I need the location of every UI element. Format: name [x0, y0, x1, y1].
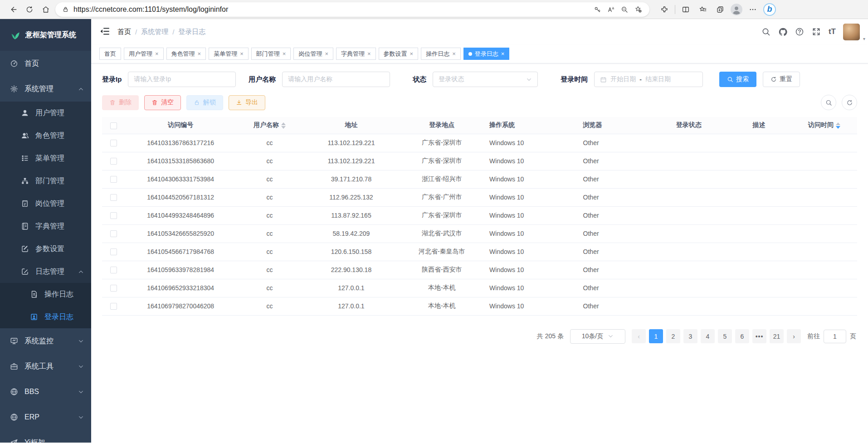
导出-button[interactable]: 导出 — [229, 95, 265, 110]
username-input[interactable]: 请输入用户名称 — [282, 72, 390, 87]
sort-caret[interactable] — [281, 122, 286, 129]
collections-icon[interactable] — [713, 3, 727, 16]
more-pages-button[interactable]: ••• — [752, 329, 766, 343]
row-checkbox[interactable] — [110, 140, 117, 146]
favorites-icon[interactable] — [696, 3, 710, 16]
sort-caret[interactable] — [836, 122, 840, 129]
ip-input[interactable]: 请输入登录Ip — [128, 72, 236, 87]
header-search-icon[interactable] — [761, 27, 771, 37]
column-header-用户名称[interactable]: 用户名称 — [236, 117, 304, 134]
more-menu-icon[interactable] — [746, 3, 760, 16]
page-button-5[interactable]: 5 — [718, 329, 732, 343]
sidebar-item-角色管理[interactable]: 角色管理 — [0, 124, 91, 147]
page-button-6[interactable]: 6 — [735, 329, 749, 343]
prev-page-button[interactable]: ‹ — [632, 329, 646, 343]
sidebar-item-系统监控[interactable]: 系统监控 — [0, 328, 91, 354]
split-screen-icon[interactable] — [679, 3, 692, 16]
tab-登录日志[interactable]: 登录日志× — [463, 48, 510, 60]
解锁-button[interactable]: 解锁 — [186, 95, 223, 110]
sidebar-item-Yi框架[interactable]: Yi框架 — [0, 430, 91, 443]
sidebar-fold-icon[interactable] — [99, 26, 111, 38]
sidebar-item-部门管理[interactable]: 部门管理 — [0, 170, 91, 192]
row-checkbox[interactable] — [110, 285, 117, 292]
row-checkbox[interactable] — [110, 176, 117, 183]
font-size-icon[interactable]: tT — [829, 27, 836, 37]
reset-button[interactable]: 重置 — [763, 72, 800, 87]
sidebar-item-日志管理[interactable]: 日志管理 — [0, 260, 91, 283]
status-select[interactable]: 登录状态 — [433, 72, 538, 87]
page-size-select[interactable]: 10条/页 — [570, 329, 625, 344]
fullscreen-icon[interactable] — [812, 27, 821, 37]
favorite-add-icon[interactable] — [632, 4, 644, 15]
browser-essentials-icon[interactable] — [658, 3, 671, 16]
bing-chat-icon[interactable]: b — [763, 3, 776, 16]
refresh-table-button[interactable] — [842, 95, 857, 110]
tab-close-icon[interactable]: × — [367, 50, 371, 57]
sidebar-item-菜单管理[interactable]: 菜单管理 — [0, 147, 91, 170]
tab-用户管理[interactable]: 用户管理× — [124, 48, 164, 60]
sidebar-item-字典管理[interactable]: 字典管理 — [0, 215, 91, 238]
sidebar-item-参数设置[interactable]: 参数设置 — [0, 238, 91, 260]
sidebar-item-系统工具[interactable]: 系统工具 — [0, 354, 91, 379]
home-icon[interactable] — [39, 3, 53, 16]
search-button[interactable]: 搜索 — [719, 72, 756, 87]
password-key-icon[interactable] — [591, 4, 603, 15]
tab-岗位管理[interactable]: 岗位管理× — [293, 48, 333, 60]
url-text[interactable]: https://ccnetcore.com:1101/system/log/lo… — [73, 5, 588, 14]
tab-close-icon[interactable]: × — [155, 50, 159, 57]
tab-close-icon[interactable]: × — [240, 50, 244, 57]
next-page-button[interactable]: › — [787, 329, 801, 343]
sidebar-item-ERP[interactable]: ERP — [0, 404, 91, 430]
tab-菜单管理[interactable]: 菜单管理× — [209, 48, 249, 60]
goto-page-input[interactable] — [824, 330, 846, 343]
user-avatar[interactable]: ▾ — [843, 24, 860, 40]
date-range-picker[interactable]: 开始日期 - 结束日期 — [594, 72, 703, 87]
read-aloud-icon[interactable] — [605, 4, 617, 15]
tab-部门管理[interactable]: 部门管理× — [251, 48, 291, 60]
row-checkbox[interactable] — [110, 303, 117, 310]
row-checkbox[interactable] — [110, 230, 117, 237]
row-checkbox[interactable] — [110, 194, 117, 201]
tab-字典管理[interactable]: 字典管理× — [336, 48, 376, 60]
tab-close-icon[interactable]: × — [452, 50, 456, 57]
sidebar-item-系统管理[interactable]: 系统管理 — [0, 76, 91, 102]
tab-参数设置[interactable]: 参数设置× — [379, 48, 419, 60]
tab-close-icon[interactable]: × — [410, 50, 414, 57]
zoom-out-icon[interactable] — [619, 4, 630, 15]
page-button-1[interactable]: 1 — [649, 329, 663, 343]
tab-close-icon[interactable]: × — [501, 50, 505, 57]
sidebar-item-用户管理[interactable]: 用户管理 — [0, 102, 91, 124]
row-checkbox[interactable] — [110, 212, 117, 219]
tab-操作日志[interactable]: 操作日志× — [421, 48, 461, 60]
row-checkbox[interactable] — [110, 158, 117, 165]
breadcrumb-item[interactable]: 首页 — [117, 28, 131, 36]
sidebar-item-登录日志[interactable]: 登录日志 — [0, 306, 91, 328]
sidebar-item-操作日志[interactable]: 操作日志 — [0, 283, 91, 306]
column-header-访问时间[interactable]: 访问时间 — [791, 117, 857, 134]
page-button-2[interactable]: 2 — [666, 329, 680, 343]
refresh-icon[interactable] — [23, 3, 36, 16]
address-bar[interactable]: https://ccnetcore.com:1101/system/log/lo… — [55, 2, 649, 17]
删除-button[interactable]: 删除 — [102, 95, 139, 110]
tab-close-icon[interactable]: × — [325, 50, 328, 57]
github-icon[interactable] — [778, 27, 788, 37]
browser-profile-icon[interactable] — [731, 4, 742, 15]
tab-首页[interactable]: 首页 — [99, 48, 121, 60]
help-icon[interactable] — [795, 27, 805, 37]
back-icon[interactable] — [6, 3, 20, 16]
row-checkbox[interactable] — [110, 267, 117, 273]
tab-close-icon[interactable]: × — [283, 50, 286, 57]
sidebar-item-首页[interactable]: 首页 — [0, 51, 91, 76]
page-button-3[interactable]: 3 — [683, 329, 697, 343]
page-button-21[interactable]: 21 — [770, 329, 784, 343]
清空-button[interactable]: 清空 — [144, 95, 181, 110]
row-checkbox[interactable] — [110, 248, 117, 255]
tab-close-icon[interactable]: × — [198, 50, 201, 57]
sidebar-item-岗位管理[interactable]: 岗位管理 — [0, 192, 91, 215]
toggle-search-button[interactable] — [821, 95, 836, 110]
tab-角色管理[interactable]: 角色管理× — [166, 48, 206, 60]
select-all-checkbox[interactable] — [110, 122, 117, 129]
sidebar-item-BBS[interactable]: BBS — [0, 379, 91, 404]
page-button-4[interactable]: 4 — [701, 329, 715, 343]
row-select-cell — [102, 279, 126, 297]
